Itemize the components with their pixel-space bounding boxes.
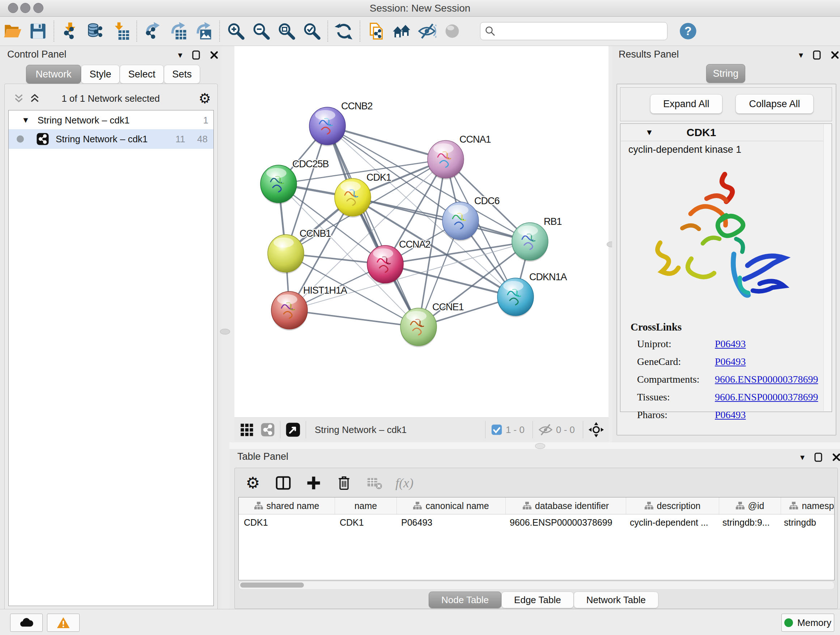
network-badge-icon[interactable]	[261, 423, 275, 437]
gene-header[interactable]: ▼ CDK1	[621, 124, 823, 141]
column-header-shared-name[interactable]: shared name	[239, 497, 335, 514]
crosslink-link[interactable]: 9606.ENSP00000378699	[715, 374, 818, 385]
tab-network[interactable]: Network	[26, 65, 81, 84]
network-node-CCNA1[interactable]: CCNA1	[428, 134, 491, 180]
table-hscrollbar-thumb[interactable]	[240, 583, 304, 587]
hide-eye-icon[interactable]	[414, 20, 439, 42]
tab-select[interactable]: Select	[120, 65, 164, 84]
expand-all-button[interactable]: Expand All	[650, 94, 722, 114]
tab-string[interactable]: String	[706, 64, 745, 83]
column-header-namespace[interactable]: namespace	[781, 497, 835, 514]
results-panel-float-icon[interactable]	[813, 50, 821, 60]
tab-network-table[interactable]: Network Table	[574, 592, 658, 608]
table-cell: stringdb:9...	[717, 517, 779, 528]
table-row[interactable]: CDK1CDK1P064939606.ENSP00000378699cyclin…	[239, 515, 834, 530]
network-edge[interactable]	[327, 126, 418, 327]
results-panel-menu-icon[interactable]: ▾	[799, 51, 803, 59]
toolbar-divider	[360, 21, 361, 42]
column-header-database-identifier[interactable]: database identifier	[506, 497, 626, 514]
protein-structure-image	[646, 164, 798, 316]
control-panel-close-icon[interactable]	[210, 51, 218, 59]
network-edge[interactable]	[353, 197, 530, 241]
gene-symbol: CDK1	[687, 126, 716, 139]
crosslink-link[interactable]: P06493	[715, 338, 746, 350]
results-panel-close-icon[interactable]	[831, 51, 839, 59]
delete-column-icon[interactable]	[335, 473, 354, 492]
tab-edge-table[interactable]: Edge Table	[501, 592, 574, 608]
table-settings-gear-icon[interactable]: ⚙	[243, 473, 262, 492]
column-header-canonical-name[interactable]: canonical name	[397, 497, 506, 514]
control-panel-menu-icon[interactable]: ▾	[178, 51, 182, 59]
network-node-CDC25B[interactable]: CDC25B	[261, 158, 329, 204]
search-input[interactable]	[496, 25, 649, 37]
left-splitter-handle[interactable]	[220, 329, 230, 334]
node-label-CCNB2: CCNB2	[341, 101, 373, 111]
grid-view-icon[interactable]	[240, 423, 254, 437]
memory-button[interactable]: Memory	[782, 614, 834, 632]
control-panel-float-icon[interactable]	[192, 50, 201, 60]
column-header-id[interactable]: @id	[719, 497, 781, 514]
status-bar: Memory	[0, 609, 840, 635]
cloud-button[interactable]	[10, 614, 43, 632]
horizontal-splitter[interactable]	[229, 442, 840, 449]
network-canvas[interactable]: CCNB2 CCNA1 CDC25B CDK1	[234, 46, 608, 417]
home-icon[interactable]	[389, 20, 414, 42]
add-column-icon[interactable]	[304, 473, 323, 492]
delete-table-icon[interactable]	[365, 473, 384, 492]
network-node-CCNB1[interactable]: CCNB1	[268, 228, 331, 274]
selected-checkbox-icon[interactable]	[491, 424, 503, 436]
tab-style[interactable]: Style	[81, 65, 120, 84]
network-edge-count: 48	[197, 134, 208, 145]
save-session-icon[interactable]	[25, 20, 51, 42]
tab-node-table[interactable]: Node Table	[429, 592, 501, 608]
import-database-icon[interactable]	[83, 20, 108, 42]
network-node-CDK1[interactable]: CDK1	[335, 172, 391, 218]
horizontal-splitter-handle[interactable]	[535, 443, 545, 449]
results-scrollbar[interactable]	[823, 124, 831, 411]
sphere-icon[interactable]	[439, 20, 465, 42]
table-panel-menu-icon[interactable]: ▾	[800, 453, 805, 462]
export-table-icon[interactable]	[166, 20, 191, 42]
help-icon[interactable]: ?	[676, 20, 701, 42]
open-session-icon[interactable]	[0, 20, 25, 42]
crosslink-link[interactable]: P06493	[715, 409, 746, 421]
export-network-icon[interactable]	[141, 20, 166, 42]
table-panel-float-icon[interactable]	[814, 453, 823, 462]
crosslink-link[interactable]: 9606.ENSP00000378699	[715, 391, 818, 403]
network-node-CDKN1A[interactable]: CDKN1A	[497, 272, 567, 317]
network-selection-status: 1 of 1 Network selected	[8, 93, 213, 104]
zoom-out-icon[interactable]	[248, 20, 274, 42]
birds-eye-view-icon[interactable]	[286, 422, 301, 437]
warning-button[interactable]	[47, 614, 80, 632]
gene-collapse-icon[interactable]: ▼	[645, 128, 653, 137]
svg-text:?: ?	[684, 25, 692, 38]
crosslink-link[interactable]: P06493	[715, 356, 746, 367]
network-collection-row[interactable]: ▼ String Network – cdk1 1	[9, 111, 213, 129]
column-header-name[interactable]: name	[335, 497, 397, 514]
import-table-icon[interactable]	[108, 20, 134, 42]
column-header-description[interactable]: description	[626, 497, 719, 514]
network-node-HIST1H1A[interactable]: HIST1H1A	[271, 285, 347, 331]
zoom-selected-icon[interactable]	[299, 20, 325, 42]
zoom-fit-icon[interactable]	[274, 20, 299, 42]
fit-content-crosshair-icon[interactable]	[588, 422, 604, 438]
network-node-CCNB2[interactable]: CCNB2	[309, 101, 373, 146]
zoom-in-icon[interactable]	[223, 20, 248, 42]
table-panel-close-icon[interactable]	[832, 453, 840, 462]
show-columns-icon[interactable]	[274, 473, 293, 492]
collection-expand-icon[interactable]: ▼	[22, 116, 30, 125]
network-node-RB1[interactable]: RB1	[512, 216, 562, 262]
export-image-icon[interactable]	[191, 20, 216, 42]
collection-label: String Network – cdk1	[38, 115, 129, 126]
tab-sets[interactable]: Sets	[164, 65, 200, 84]
import-network-icon[interactable]	[57, 20, 83, 42]
network-edge[interactable]	[289, 310, 418, 327]
network-options-gear-icon[interactable]: ⚙	[199, 92, 211, 105]
node-label-CCNA1: CCNA1	[459, 134, 491, 145]
network-row-selected[interactable]: String Network – cdk1 11 48	[9, 129, 213, 149]
network-node-CDC6[interactable]: CDC6	[442, 195, 500, 241]
refresh-icon[interactable]	[332, 20, 357, 42]
collapse-all-button[interactable]: Collapse All	[736, 94, 813, 114]
toolbar-divider	[54, 21, 55, 42]
clone-network-icon[interactable]	[363, 20, 389, 42]
